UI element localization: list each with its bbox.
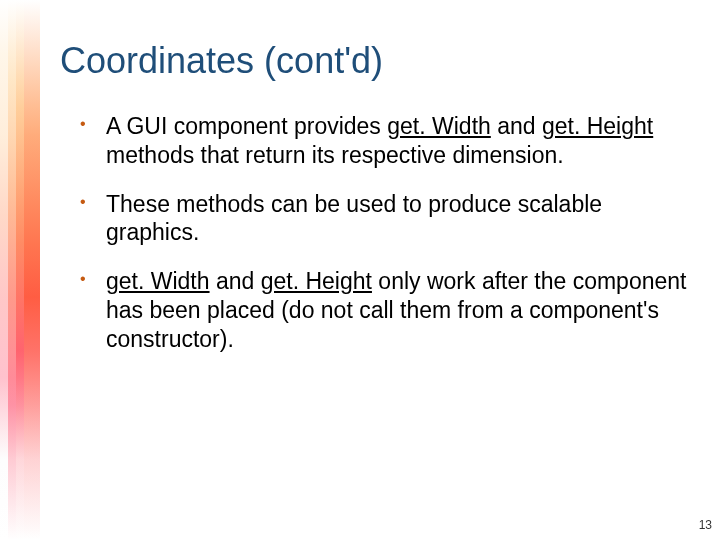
bullet-text-mid: and <box>491 113 542 139</box>
bullet-text-underline: get. Height <box>261 268 372 294</box>
list-item: These methods can be used to produce sca… <box>80 190 690 248</box>
slide-content: Coordinates (cont'd) A GUI component pro… <box>60 40 690 373</box>
list-item: A GUI component provides get. Width and … <box>80 112 690 170</box>
bullet-text-underline: get. Width <box>106 268 210 294</box>
page-number: 13 <box>699 518 712 532</box>
slide-title: Coordinates (cont'd) <box>60 40 690 82</box>
bullet-text-post: methods that return its respective dimen… <box>106 142 564 168</box>
bullet-text-pre: These methods can be used to produce sca… <box>106 191 602 246</box>
bullet-list: A GUI component provides get. Width and … <box>80 112 690 353</box>
decorative-sidebar <box>0 0 40 540</box>
bullet-text-underline: get. Width <box>387 113 491 139</box>
bullet-text-pre: A GUI component provides <box>106 113 387 139</box>
bullet-text-mid: and <box>210 268 261 294</box>
bullet-text-underline: get. Height <box>542 113 653 139</box>
list-item: get. Width and get. Height only work aft… <box>80 267 690 353</box>
